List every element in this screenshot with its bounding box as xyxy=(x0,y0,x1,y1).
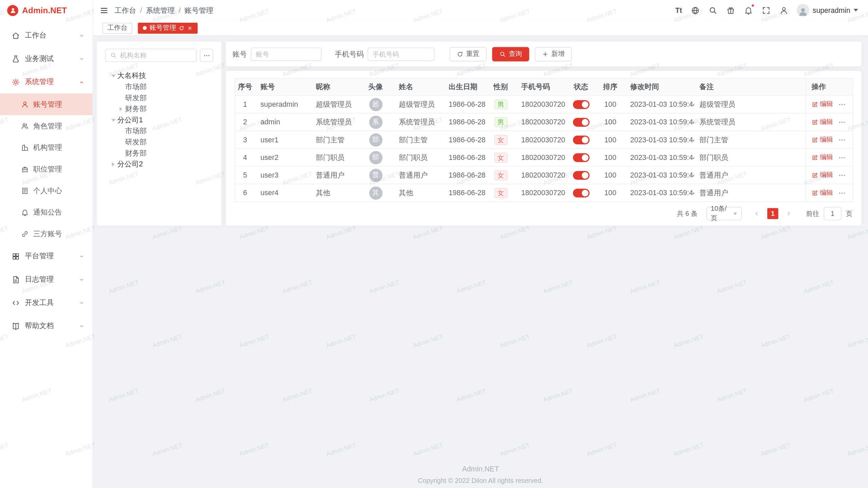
gender-badge: 女 xyxy=(494,188,507,198)
tree-node-label: 研发部 xyxy=(125,93,147,103)
sidebar-subitem[interactable]: 个人中心 xyxy=(0,180,93,202)
search-button[interactable]: 查询 xyxy=(492,47,529,61)
chevron-down-icon xyxy=(79,323,85,329)
sidebar-item[interactable]: 日志管理 xyxy=(0,268,93,291)
avatar: 超 xyxy=(369,98,382,111)
breadcrumb-item[interactable]: 系统管理 xyxy=(146,5,175,15)
status-toggle[interactable] xyxy=(573,118,589,126)
sidebar-subitem[interactable]: 三方账号 xyxy=(0,223,93,245)
edit-button[interactable]: 编辑 xyxy=(811,170,833,180)
avatar: 其 xyxy=(369,186,382,199)
account-input[interactable] xyxy=(256,50,317,58)
row-more-button[interactable] xyxy=(838,154,846,161)
tree-node[interactable]: 分公司2 xyxy=(105,159,213,170)
tree-caret-icon[interactable] xyxy=(110,73,116,79)
sidebar-item[interactable]: 系统管理 xyxy=(0,70,93,94)
cell-account: user1 xyxy=(255,131,310,148)
cell-name: 其他 xyxy=(393,184,443,202)
notification-icon[interactable] xyxy=(744,5,753,15)
add-button[interactable]: 新增 xyxy=(535,47,572,61)
cell-sort: 100 xyxy=(596,113,625,131)
sidebar-item[interactable]: 业务测试 xyxy=(0,47,93,70)
tree-caret-icon[interactable] xyxy=(110,117,116,123)
cell-name: 系统管理员 xyxy=(393,113,443,131)
cell-birthdate: 1986-06-28 xyxy=(443,184,486,202)
user-menu[interactable]: superadmin xyxy=(796,4,858,17)
tree-node[interactable]: 财务部 xyxy=(105,148,213,159)
current-page-button[interactable]: 1 xyxy=(767,208,778,219)
tab-account-management[interactable]: 账号管理 xyxy=(138,22,198,34)
tree-node[interactable]: 分公司1 xyxy=(105,115,213,126)
sidebar-item-label: 业务测试 xyxy=(25,54,74,63)
tree-node[interactable]: 大名科技 xyxy=(105,70,213,81)
status-toggle[interactable] xyxy=(573,136,589,144)
sidebar-item[interactable]: 开发工具 xyxy=(0,291,93,314)
tab-close-icon[interactable] xyxy=(187,25,193,30)
sidebar-item[interactable]: 平台管理 xyxy=(0,245,93,268)
tree-node[interactable]: 市场部 xyxy=(105,126,213,137)
tree-node[interactable]: 财务部 xyxy=(105,103,213,115)
status-toggle[interactable] xyxy=(573,188,589,197)
font-size-icon[interactable]: Tt xyxy=(675,6,682,14)
org-search-input[interactable] xyxy=(120,52,192,59)
next-page-button[interactable] xyxy=(783,207,795,220)
tree-node[interactable]: 市场部 xyxy=(105,81,213,93)
cell-gender: 男 xyxy=(486,113,516,131)
sidebar-subitem[interactable]: 机构管理 xyxy=(0,137,93,158)
row-more-button[interactable] xyxy=(838,118,846,126)
edit-label: 编辑 xyxy=(820,100,833,109)
cell-modified-time: 2023-01-03 10:59:44 xyxy=(625,184,694,202)
cell-phone: 18020030720 xyxy=(516,184,566,202)
search-icon[interactable] xyxy=(708,5,717,15)
theme-icon[interactable] xyxy=(726,5,735,15)
tree-node-label: 财务部 xyxy=(125,148,147,158)
cell-birthdate: 1986-06-28 xyxy=(443,166,486,184)
row-more-button[interactable] xyxy=(838,136,846,144)
tree-more-button[interactable] xyxy=(200,49,213,62)
tree-caret-icon[interactable] xyxy=(118,106,124,112)
chevron-up-icon xyxy=(79,79,85,85)
edit-label: 编辑 xyxy=(820,170,833,180)
table-header-cell: 排序 xyxy=(596,78,625,96)
table-row: 6user4其他其其他1986-06-28女180200307201002023… xyxy=(235,184,853,202)
fullscreen-icon[interactable] xyxy=(761,5,771,15)
edit-button[interactable]: 编辑 xyxy=(811,153,833,162)
phone-input[interactable] xyxy=(373,50,430,58)
reset-button[interactable]: 重置 xyxy=(450,47,487,61)
pagination: 共 6 条 10条/页 1 前 xyxy=(235,207,852,220)
prev-page-button[interactable] xyxy=(751,207,763,220)
cell-gender: 女 xyxy=(486,148,516,166)
tree-caret-icon[interactable] xyxy=(110,161,116,167)
logo[interactable]: Admin.NET xyxy=(0,0,93,20)
row-more-button[interactable] xyxy=(838,189,846,197)
sidebar-subitem[interactable]: 账号管理 xyxy=(0,94,93,115)
goto-page-input[interactable] xyxy=(824,207,841,220)
edit-button[interactable]: 编辑 xyxy=(811,188,833,198)
edit-button[interactable]: 编辑 xyxy=(811,117,833,127)
edit-button[interactable]: 编辑 xyxy=(811,135,833,144)
sidebar-subitem[interactable]: 通知公告 xyxy=(0,201,93,223)
sidebar-subitem[interactable]: 角色管理 xyxy=(0,115,93,137)
profile-icon[interactable] xyxy=(779,5,788,15)
sidebar-item[interactable]: 工作台 xyxy=(0,24,93,47)
tab-refresh-icon[interactable] xyxy=(179,25,184,30)
hamburger-icon[interactable] xyxy=(100,6,108,15)
tree-node[interactable]: 研发部 xyxy=(105,93,213,104)
sidebar-item[interactable]: 帮助文档 xyxy=(0,314,93,338)
cell-status xyxy=(566,113,596,131)
table-row: 1superadmin超级管理员超超级管理员1986-06-28男1802003… xyxy=(235,96,853,113)
status-toggle[interactable] xyxy=(573,100,589,109)
language-icon[interactable] xyxy=(690,5,700,15)
tree-node[interactable]: 研发部 xyxy=(105,137,213,148)
page-size-select[interactable]: 10条/页 xyxy=(706,207,742,220)
breadcrumb-item[interactable]: 工作台 xyxy=(115,5,136,15)
breadcrumb-item[interactable]: 账号管理 xyxy=(184,5,213,15)
accounts-table-panel: 序号账号昵称头像姓名出生日期性别手机号码状态排序修改时间备注操作 1supera… xyxy=(226,71,861,226)
status-toggle[interactable] xyxy=(573,153,589,162)
tab-workbench[interactable]: 工作台 xyxy=(102,22,132,34)
edit-button[interactable]: 编辑 xyxy=(811,100,833,109)
status-toggle[interactable] xyxy=(573,171,589,180)
row-more-button[interactable] xyxy=(838,100,846,108)
row-more-button[interactable] xyxy=(838,171,846,179)
sidebar-subitem[interactable]: 职位管理 xyxy=(0,158,93,180)
